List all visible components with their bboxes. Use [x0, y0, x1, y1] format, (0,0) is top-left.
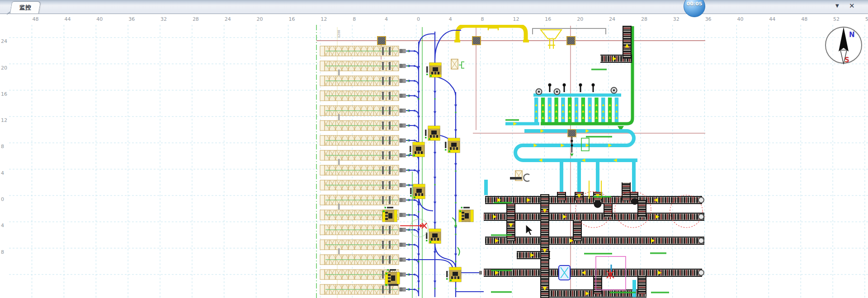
agv-id-label: [388, 284, 398, 286]
rack-row[interactable]: [320, 180, 406, 190]
ruler-tick-label: 36: [705, 16, 712, 22]
agv[interactable]: [382, 207, 397, 222]
charging-station-icon: [567, 37, 575, 45]
area-label: [510, 177, 522, 180]
ruler-tick-label: 8: [481, 16, 484, 22]
annotation-label: [491, 234, 512, 236]
ruler-tick-label: 24: [1, 38, 7, 44]
outbound-conveyor-loop: [486, 26, 637, 197]
annotation-label: [505, 119, 519, 121]
annotation-label: [584, 253, 612, 255]
ruler-tick-label: 28: [641, 16, 647, 22]
storage-racks: 1200: [320, 30, 406, 294]
agv[interactable]: [426, 63, 441, 77]
rack-row[interactable]: [320, 255, 406, 265]
ruler-tick-label: 16: [288, 16, 295, 22]
mouse-cursor: [526, 224, 533, 235]
agv-id-label: [390, 269, 396, 271]
charging-station-icon: [472, 37, 481, 45]
rack-row[interactable]: [320, 150, 406, 160]
tab-monitoring[interactable]: 监控: [10, 1, 41, 14]
agv-id-label: [426, 66, 428, 73]
annotation-label: [494, 202, 512, 204]
agv[interactable]: [445, 138, 460, 153]
dropdown-caret-icon[interactable]: ▼: [835, 3, 839, 8]
charging-station-icon: [377, 37, 386, 45]
overhead-yellow-track: [377, 26, 606, 49]
rack-row[interactable]: [320, 240, 406, 250]
ruler-tick-label: 56: [865, 16, 868, 22]
ruler-horizontal: 4844403632282420161284048121620242832364…: [0, 14, 868, 25]
compass-rose: N S: [826, 27, 862, 64]
ruler-tick-label: 36: [128, 16, 135, 22]
timer-badge-text: 00:05: [686, 1, 702, 7]
compass-south-label: S: [844, 56, 849, 64]
agv-id-label: [387, 207, 393, 209]
ruler-tick-label: 40: [96, 16, 103, 22]
rack-row[interactable]: [320, 135, 406, 145]
annotation-label: [591, 69, 607, 70]
agv-id-label: [446, 271, 448, 277]
agv[interactable]: [425, 126, 440, 140]
ruler-tick-label: 20: [577, 16, 583, 22]
annotation-label: [651, 292, 669, 293]
ruler-tick-label: 20: [1, 65, 7, 71]
ruler-tick-label: 8: [1, 249, 4, 255]
clamp-icon: [524, 174, 529, 182]
ruler-tick-label: 24: [609, 16, 615, 22]
rack-row[interactable]: [320, 121, 406, 130]
layout-canvas[interactable]: 1200 N S: [0, 0, 868, 298]
ruler-tick-label: 32: [160, 16, 167, 22]
monitoring-window: 1200 N S 监控 ▼ ✕ 00:05 484440363228242016…: [0, 0, 868, 298]
title-bar: 监控 ▼ ✕: [0, 0, 868, 14]
agv[interactable]: [459, 207, 473, 222]
ruler-tick-label: 12: [321, 16, 327, 22]
agv[interactable]: [426, 229, 441, 243]
ruler-tick-label: 4: [449, 16, 452, 22]
ruler-tick-label: 8: [1, 144, 4, 149]
ruler-tick-label: 0: [417, 16, 420, 22]
rack-dimension-label: 1200: [337, 30, 341, 38]
station-icons: [385, 59, 669, 293]
rack-row[interactable]: [320, 195, 406, 205]
ruler-tick-label: 44: [769, 16, 775, 22]
ruler-tick-label: 4: [1, 223, 4, 228]
agv-id-label: [463, 207, 470, 209]
annotation-label: [586, 136, 612, 138]
ruler-tick-label: 12: [1, 117, 7, 123]
rack-row[interactable]: [320, 106, 406, 116]
ruler-tick-label: 28: [193, 16, 199, 22]
rack-row[interactable]: [320, 225, 406, 235]
rack-row[interactable]: [320, 76, 406, 86]
rack-row[interactable]: [320, 46, 406, 56]
ruler-tick-label: 0: [1, 196, 4, 202]
rack-row[interactable]: [320, 165, 406, 175]
close-icon[interactable]: ✕: [849, 2, 855, 10]
annotation-label: [609, 292, 636, 293]
annotation-label: [491, 291, 512, 293]
rack-row[interactable]: [320, 284, 406, 294]
ruler-tick-label: 44: [64, 16, 71, 22]
ruler-tick-label: 4: [1, 170, 4, 176]
annotation-label: [650, 252, 666, 254]
ruler-tick-label: 20: [257, 16, 263, 22]
ruler-vertical: 2420161284048: [0, 25, 9, 298]
compass-north-label: N: [849, 31, 855, 39]
agv-path-network: [406, 27, 484, 298]
agv-id-label: [425, 130, 427, 136]
ruler-tick-label: 32: [673, 16, 679, 22]
rack-row[interactable]: [320, 91, 406, 101]
ruler-tick-label: 16: [545, 16, 551, 22]
agv[interactable]: [410, 142, 425, 157]
annotation-label: [593, 196, 611, 198]
ruler-tick-label: 52: [833, 16, 840, 22]
agv-id-label: [410, 146, 411, 152]
ruler-tick-label: 40: [737, 16, 744, 22]
ruler-tick-label: 48: [33, 16, 39, 22]
ruler-tick-label: 4: [385, 16, 388, 22]
annotation-label: [491, 270, 512, 271]
ruler-tick-label: 48: [801, 16, 807, 22]
ruler-tick-label: 8: [353, 16, 356, 22]
rack-row[interactable]: [320, 61, 406, 71]
agv-id-label: [445, 142, 447, 148]
